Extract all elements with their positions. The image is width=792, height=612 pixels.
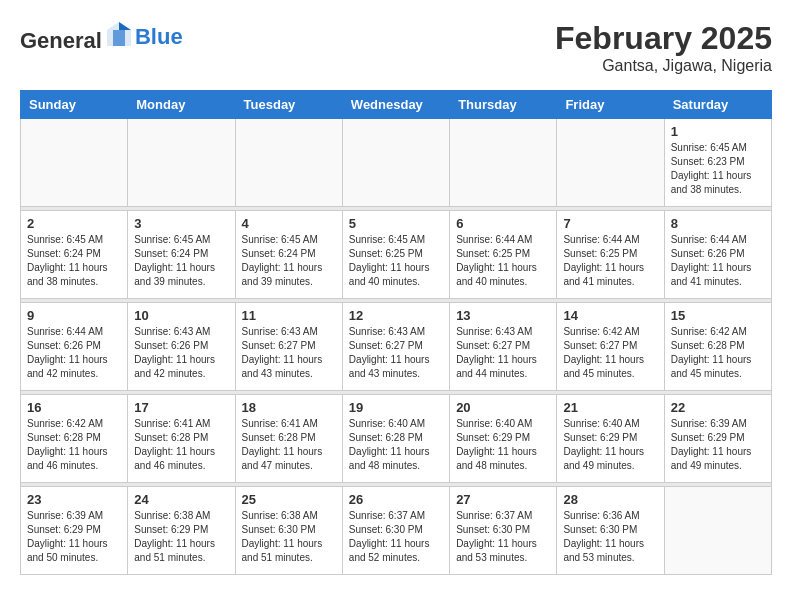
calendar-cell: 18Sunrise: 6:41 AMSunset: 6:28 PMDayligh…: [235, 395, 342, 483]
calendar-cell: 19Sunrise: 6:40 AMSunset: 6:28 PMDayligh…: [342, 395, 449, 483]
day-number: 1: [671, 124, 765, 139]
day-number: 8: [671, 216, 765, 231]
day-number: 4: [242, 216, 336, 231]
calendar-cell: 15Sunrise: 6:42 AMSunset: 6:28 PMDayligh…: [664, 303, 771, 391]
calendar-cell: 28Sunrise: 6:36 AMSunset: 6:30 PMDayligh…: [557, 487, 664, 575]
header-sunday: Sunday: [21, 91, 128, 119]
day-info: Sunrise: 6:44 AMSunset: 6:25 PMDaylight:…: [456, 233, 550, 289]
day-info: Sunrise: 6:43 AMSunset: 6:27 PMDaylight:…: [242, 325, 336, 381]
day-number: 22: [671, 400, 765, 415]
week-row-3: 9Sunrise: 6:44 AMSunset: 6:26 PMDaylight…: [21, 303, 772, 391]
day-info: Sunrise: 6:42 AMSunset: 6:28 PMDaylight:…: [671, 325, 765, 381]
day-number: 20: [456, 400, 550, 415]
calendar-title: February 2025: [555, 20, 772, 57]
day-info: Sunrise: 6:45 AMSunset: 6:24 PMDaylight:…: [27, 233, 121, 289]
calendar-cell: 9Sunrise: 6:44 AMSunset: 6:26 PMDaylight…: [21, 303, 128, 391]
calendar-cell: 24Sunrise: 6:38 AMSunset: 6:29 PMDayligh…: [128, 487, 235, 575]
calendar-cell: 22Sunrise: 6:39 AMSunset: 6:29 PMDayligh…: [664, 395, 771, 483]
calendar-cell: 23Sunrise: 6:39 AMSunset: 6:29 PMDayligh…: [21, 487, 128, 575]
day-number: 13: [456, 308, 550, 323]
day-number: 24: [134, 492, 228, 507]
day-number: 16: [27, 400, 121, 415]
logo: General Blue: [20, 20, 183, 53]
calendar-cell: 17Sunrise: 6:41 AMSunset: 6:28 PMDayligh…: [128, 395, 235, 483]
day-info: Sunrise: 6:45 AMSunset: 6:24 PMDaylight:…: [242, 233, 336, 289]
calendar-cell: 7Sunrise: 6:44 AMSunset: 6:25 PMDaylight…: [557, 211, 664, 299]
calendar-header-row: Sunday Monday Tuesday Wednesday Thursday…: [21, 91, 772, 119]
calendar-cell: 25Sunrise: 6:38 AMSunset: 6:30 PMDayligh…: [235, 487, 342, 575]
day-number: 3: [134, 216, 228, 231]
day-number: 14: [563, 308, 657, 323]
calendar-cell: [450, 119, 557, 207]
week-row-4: 16Sunrise: 6:42 AMSunset: 6:28 PMDayligh…: [21, 395, 772, 483]
day-number: 23: [27, 492, 121, 507]
header-tuesday: Tuesday: [235, 91, 342, 119]
calendar-subtitle: Gantsa, Jigawa, Nigeria: [555, 57, 772, 75]
day-number: 25: [242, 492, 336, 507]
day-info: Sunrise: 6:38 AMSunset: 6:29 PMDaylight:…: [134, 509, 228, 565]
calendar-body: 1Sunrise: 6:45 AMSunset: 6:23 PMDaylight…: [21, 119, 772, 575]
calendar-cell: 5Sunrise: 6:45 AMSunset: 6:25 PMDaylight…: [342, 211, 449, 299]
page-header: General Blue February 2025 Gantsa, Jigaw…: [20, 20, 772, 75]
day-number: 5: [349, 216, 443, 231]
calendar-cell: [128, 119, 235, 207]
day-number: 9: [27, 308, 121, 323]
day-info: Sunrise: 6:40 AMSunset: 6:29 PMDaylight:…: [563, 417, 657, 473]
header-thursday: Thursday: [450, 91, 557, 119]
day-number: 7: [563, 216, 657, 231]
day-info: Sunrise: 6:43 AMSunset: 6:27 PMDaylight:…: [456, 325, 550, 381]
calendar-cell: [557, 119, 664, 207]
day-info: Sunrise: 6:44 AMSunset: 6:26 PMDaylight:…: [671, 233, 765, 289]
day-number: 18: [242, 400, 336, 415]
day-info: Sunrise: 6:42 AMSunset: 6:27 PMDaylight:…: [563, 325, 657, 381]
calendar-cell: [235, 119, 342, 207]
day-info: Sunrise: 6:43 AMSunset: 6:26 PMDaylight:…: [134, 325, 228, 381]
day-number: 10: [134, 308, 228, 323]
week-row-2: 2Sunrise: 6:45 AMSunset: 6:24 PMDaylight…: [21, 211, 772, 299]
day-info: Sunrise: 6:45 AMSunset: 6:24 PMDaylight:…: [134, 233, 228, 289]
day-info: Sunrise: 6:40 AMSunset: 6:29 PMDaylight:…: [456, 417, 550, 473]
day-info: Sunrise: 6:41 AMSunset: 6:28 PMDaylight:…: [242, 417, 336, 473]
calendar-cell: 4Sunrise: 6:45 AMSunset: 6:24 PMDaylight…: [235, 211, 342, 299]
day-number: 21: [563, 400, 657, 415]
day-info: Sunrise: 6:37 AMSunset: 6:30 PMDaylight:…: [349, 509, 443, 565]
day-info: Sunrise: 6:36 AMSunset: 6:30 PMDaylight:…: [563, 509, 657, 565]
title-block: February 2025 Gantsa, Jigawa, Nigeria: [555, 20, 772, 75]
day-number: 6: [456, 216, 550, 231]
day-info: Sunrise: 6:45 AMSunset: 6:25 PMDaylight:…: [349, 233, 443, 289]
day-info: Sunrise: 6:43 AMSunset: 6:27 PMDaylight:…: [349, 325, 443, 381]
calendar-cell: 14Sunrise: 6:42 AMSunset: 6:27 PMDayligh…: [557, 303, 664, 391]
calendar-cell: 21Sunrise: 6:40 AMSunset: 6:29 PMDayligh…: [557, 395, 664, 483]
day-number: 26: [349, 492, 443, 507]
calendar-cell: 16Sunrise: 6:42 AMSunset: 6:28 PMDayligh…: [21, 395, 128, 483]
calendar-cell: 27Sunrise: 6:37 AMSunset: 6:30 PMDayligh…: [450, 487, 557, 575]
calendar-cell: 1Sunrise: 6:45 AMSunset: 6:23 PMDaylight…: [664, 119, 771, 207]
svg-marker-1: [119, 22, 131, 30]
day-info: Sunrise: 6:41 AMSunset: 6:28 PMDaylight:…: [134, 417, 228, 473]
day-info: Sunrise: 6:44 AMSunset: 6:26 PMDaylight:…: [27, 325, 121, 381]
calendar-cell: 10Sunrise: 6:43 AMSunset: 6:26 PMDayligh…: [128, 303, 235, 391]
day-info: Sunrise: 6:39 AMSunset: 6:29 PMDaylight:…: [671, 417, 765, 473]
header-friday: Friday: [557, 91, 664, 119]
day-number: 27: [456, 492, 550, 507]
day-number: 12: [349, 308, 443, 323]
calendar-cell: 2Sunrise: 6:45 AMSunset: 6:24 PMDaylight…: [21, 211, 128, 299]
calendar-cell: 12Sunrise: 6:43 AMSunset: 6:27 PMDayligh…: [342, 303, 449, 391]
day-number: 17: [134, 400, 228, 415]
day-number: 15: [671, 308, 765, 323]
week-row-5: 23Sunrise: 6:39 AMSunset: 6:29 PMDayligh…: [21, 487, 772, 575]
calendar-cell: [664, 487, 771, 575]
day-info: Sunrise: 6:40 AMSunset: 6:28 PMDaylight:…: [349, 417, 443, 473]
calendar-cell: 13Sunrise: 6:43 AMSunset: 6:27 PMDayligh…: [450, 303, 557, 391]
header-monday: Monday: [128, 91, 235, 119]
day-info: Sunrise: 6:45 AMSunset: 6:23 PMDaylight:…: [671, 141, 765, 197]
day-number: 11: [242, 308, 336, 323]
calendar-cell: 11Sunrise: 6:43 AMSunset: 6:27 PMDayligh…: [235, 303, 342, 391]
header-saturday: Saturday: [664, 91, 771, 119]
logo-line1: General: [20, 28, 102, 53]
day-info: Sunrise: 6:44 AMSunset: 6:25 PMDaylight:…: [563, 233, 657, 289]
calendar-cell: 8Sunrise: 6:44 AMSunset: 6:26 PMDaylight…: [664, 211, 771, 299]
calendar-cell: [342, 119, 449, 207]
day-info: Sunrise: 6:38 AMSunset: 6:30 PMDaylight:…: [242, 509, 336, 565]
svg-rect-2: [113, 30, 125, 46]
